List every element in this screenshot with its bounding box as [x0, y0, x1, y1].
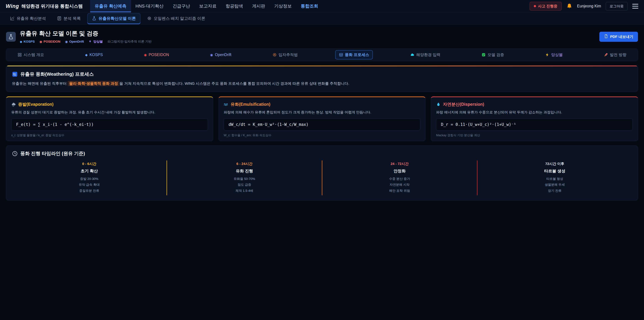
section-tab-weathering[interactable]: 풍화 프로세스 — [335, 50, 373, 59]
clock-icon — [12, 151, 18, 157]
nav-item-emergency-rescue[interactable]: 긴급구난 — [168, 0, 194, 12]
calendar-wave-icon — [12, 71, 18, 77]
stage-item: 유화율 50-70% — [169, 176, 320, 182]
stage-item: 체적 1.5-4배 — [169, 188, 320, 194]
nav-item-board[interactable]: 게시판 — [248, 0, 270, 12]
weathering-highlight: 물리·화학·생물학적 풍화 과정 — [68, 81, 120, 86]
formula-block: D_r = 0.11·(U_w+U_c)²·(1+U_w)⁻¹ — [436, 119, 633, 131]
nav-item-oil-spill-prediction[interactable]: 유출유 확산예측 — [90, 0, 131, 12]
brand-name: Wing — [6, 3, 19, 9]
card-footnote: W_c: 함수율 / K_em: 유화 속도상수 — [224, 133, 420, 137]
stage-name: 유화 진행 — [169, 168, 320, 174]
badge-kosps: ◆ KOSPS — [20, 40, 35, 44]
timeline-stage-2: 6 - 24시간 유화 진행 유화율 50-70% 점도 급증 체적 1.5-4… — [167, 160, 322, 195]
stage-item: 타르볼 형성 — [480, 176, 630, 182]
section-tab-opendrift[interactable]: ◉ OpenDrift — [206, 51, 235, 59]
tab-model-theory[interactable]: 유출유확산모델 이론 — [88, 13, 140, 24]
section-tab-overview[interactable]: 시스템 개요 — [14, 50, 48, 59]
bell-icon[interactable] — [566, 3, 572, 9]
main-nav: 유출유 확산예측 HNS·대기확산 긴급구난 보고자료 항공탐색 게시판 기상정… — [90, 0, 323, 12]
diamond-icon: ◆ — [20, 40, 22, 44]
tab-boom-algorithm[interactable]: 오일펜스 배치 알고리즘 이론 — [143, 14, 210, 24]
bullseye-icon: ◉ — [40, 40, 42, 44]
formula-text: D_r = 0.11·(U_w+U_c)²·(1+U_w)⁻¹ — [441, 122, 516, 127]
flask-icon — [92, 16, 96, 21]
ring-icon — [147, 16, 152, 21]
incident-status-badge: 사고 진행중 — [530, 2, 562, 11]
badge-ensemble: 앙상블 — [88, 40, 103, 44]
nav-item-aerial-search[interactable]: 항공탐색 — [221, 0, 248, 12]
stage-item: 자연분해 시작 — [324, 182, 475, 188]
tab-analysis-list[interactable]: 분석 목록 — [53, 14, 85, 24]
tab-label: 오일펜스 배치 알고리즘 이론 — [154, 16, 205, 21]
list-icon — [57, 16, 62, 21]
timeline-title: 풍화 진행 타임라인 (원유 기준) — [20, 150, 85, 157]
cloud-icon — [410, 53, 414, 57]
page-header-text: 유출유 확산 모델 이론 및 검증 ◆ KOSPS ◉ POSEIDON ◉ O… — [20, 30, 152, 44]
user-name: Eunjeong Kim — [577, 4, 601, 9]
bullseye-icon: ◉ — [144, 53, 147, 57]
badge-opendrift: ◉ OpenDrift — [65, 40, 84, 44]
card-title: 자연분산(Dispersion) — [443, 102, 484, 107]
system-title: 해양환경 위기대응 통합시스템 — [21, 3, 83, 9]
page-header-left: 유출유 확산 모델 이론 및 검증 ◆ KOSPS ◉ POSEIDON ◉ O… — [6, 30, 152, 44]
page-header: 유출유 확산 모델 이론 및 검증 ◆ KOSPS ◉ POSEIDON ◉ O… — [0, 25, 644, 48]
process-cards: 증발(Evaporation) 유류의 경질 성분이 대기로 증발하는 과정. … — [6, 97, 638, 141]
nav-item-reports[interactable]: 보고자료 — [194, 0, 221, 12]
card-description: 파랑에 의해 해수가 유류에 혼입되어 점도가 크게 증가하는 현상. 방제 작… — [224, 110, 420, 115]
target-icon — [272, 53, 277, 57]
timeline-panel: 풍화 진행 타임라인 (원유 기준) 0 - 6시간 초기 확산 증발 20-3… — [6, 145, 638, 200]
tab-label: 유출유 확산분석 — [16, 16, 46, 21]
section-tab-poseidon[interactable]: ◉ POSEIDON — [140, 51, 173, 59]
tab-label: 분석 목록 — [64, 16, 81, 21]
tab-label: 유출유확산모델 이론 — [98, 16, 136, 21]
timeline-stage-4: 72시간 이후 타르볼 생성 타르볼 형성 생물분해 우세 장기 잔류 — [478, 160, 632, 195]
stage-name: 안정화 — [324, 168, 475, 174]
formula-block: dW_c/dt = K_em·U_w²·(1-W_c/W_max) — [224, 119, 420, 131]
stage-name: 초기 확산 — [14, 168, 164, 174]
red-dot-icon — [534, 5, 536, 7]
droplet-icon — [436, 102, 441, 107]
stage-time: 0 - 6시간 — [14, 161, 164, 166]
stage-name: 타르볼 생성 — [480, 168, 630, 174]
pdf-export-button[interactable]: PDF 내보내기 — [600, 32, 638, 42]
model-badges: ◆ KOSPS ◉ POSEIDON ◉ OpenDrift 앙상블 — [20, 40, 152, 44]
incident-status-label: 사고 진행중 — [538, 4, 558, 9]
logout-button[interactable]: 로그아웃 — [606, 2, 628, 11]
weathering-panel: 유출유 풍화(Weathering) 프로세스 유출유는 해면에 유출된 직후부… — [6, 66, 638, 92]
card-description: 파랑 에너지에 의해 유류가 수중으로 분산되어 유막 두께가 감소하는 과정입… — [436, 110, 633, 115]
table-icon — [339, 53, 343, 57]
card-footnote: x_i: 성분별 몰분율 / k_ei: 증발 속도상수 — [11, 133, 208, 137]
section-tabs: 시스템 개요 ◆ KOSPS ◉ POSEIDON ◉ OpenDrift 입자… — [6, 49, 638, 61]
stage-item: 수중 분산 증가 — [324, 176, 475, 182]
nav-item-integrated-search[interactable]: 통합조회 — [296, 0, 323, 12]
weathering-title: 유출유 풍화(Weathering) 프로세스 — [20, 71, 94, 77]
stage-item: 점도 급증 — [169, 182, 320, 188]
nav-item-hns-dispersion[interactable]: HNS·대기확산 — [131, 0, 168, 12]
check-square-icon — [482, 53, 486, 57]
section-tab-validation[interactable]: 모델 검증 — [478, 50, 508, 59]
section-tab-ocean-input[interactable]: 해양환경 입력 — [406, 50, 444, 59]
app-logo[interactable]: Wing 해양환경 위기대응 통합시스템 — [6, 3, 83, 9]
stage-item: 장기 잔류 — [480, 188, 630, 194]
document-icon — [604, 34, 608, 39]
formula-text: F_e(t) = ∑ x_i·(1 - e^(-k_ei·t)) — [16, 122, 94, 127]
section-tab-roadmap[interactable]: 발전 방향 — [600, 50, 630, 59]
hamburger-menu-icon[interactable] — [632, 4, 638, 9]
lightning-icon — [545, 53, 550, 57]
timeline-stage-3: 24 - 72시간 안정화 수중 분산 증가 자연분해 시작 해안 표착 위험 — [322, 160, 477, 195]
wave-icon — [224, 102, 228, 107]
section-tab-particle-tracking[interactable]: 입자추적법 — [269, 50, 302, 59]
tab-spill-analysis[interactable]: 유출유 확산분석 — [6, 14, 50, 24]
stage-time: 72시간 이후 — [480, 161, 630, 166]
section-tab-kosps[interactable]: ◆ KOSPS — [81, 51, 106, 59]
nav-item-weather-info[interactable]: 기상정보 — [270, 0, 296, 12]
card-title: 증발(Evaporation) — [18, 102, 54, 107]
card-footnote: Mackay 경험식 기반 분산율 계산 — [436, 133, 633, 137]
beaker-icon — [6, 32, 16, 42]
card-emulsification: 유화(Emulsification) 파랑에 의해 해수가 유류에 혼입되어 점… — [218, 97, 426, 141]
top-navigation: Wing 해양환경 위기대응 통합시스템 유출유 확산예측 HNS·대기확산 긴… — [0, 0, 644, 13]
section-tab-ensemble[interactable]: 앙상블 — [542, 50, 566, 59]
rocket-icon — [604, 53, 608, 57]
circle-dot-icon: ◉ — [65, 40, 68, 44]
